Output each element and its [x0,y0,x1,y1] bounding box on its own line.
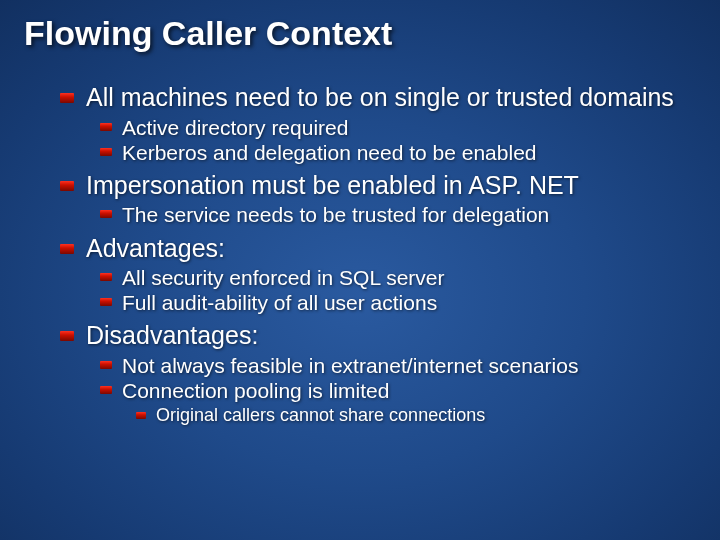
bullet-text: Kerberos and delegation need to be enabl… [122,141,537,164]
list-item: Kerberos and delegation need to be enabl… [100,140,690,165]
bullet-list: Not always feasible in extranet/internet… [100,353,690,427]
bullet-text: Original callers cannot share connection… [156,405,485,425]
list-item: Not always feasible in extranet/internet… [100,353,690,378]
bullet-text: All machines need to be on single or tru… [86,83,674,111]
list-item: Impersonation must be enabled in ASP. NE… [60,171,690,228]
bullet-text: Disadvantages: [86,321,258,349]
bullet-text: Not always feasible in extranet/internet… [122,354,578,377]
bullet-text: All security enforced in SQL server [122,266,445,289]
list-item: Connection pooling is limited Original c… [100,378,690,427]
bullet-list: All security enforced in SQL server Full… [100,265,690,315]
list-item: Full audit-ability of all user actions [100,290,690,315]
bullet-text: The service needs to be trusted for dele… [122,203,549,226]
bullet-text: Connection pooling is limited [122,379,389,402]
bullet-list: Original callers cannot share connection… [136,405,690,427]
bullet-list: All machines need to be on single or tru… [60,83,690,427]
bullet-text: Advantages: [86,234,225,262]
bullet-text: Full audit-ability of all user actions [122,291,437,314]
bullet-list: Active directory required Kerberos and d… [100,115,690,165]
slide-body: All machines need to be on single or tru… [0,53,720,427]
list-item: Disadvantages: Not always feasible in ex… [60,321,690,426]
list-item: Active directory required [100,115,690,140]
list-item: Original callers cannot share connection… [136,405,690,427]
list-item: The service needs to be trusted for dele… [100,202,690,227]
bullet-text: Active directory required [122,116,348,139]
list-item: All machines need to be on single or tru… [60,83,690,165]
bullet-list: The service needs to be trusted for dele… [100,202,690,227]
list-item: Advantages: All security enforced in SQL… [60,234,690,316]
list-item: All security enforced in SQL server [100,265,690,290]
bullet-text: Impersonation must be enabled in ASP. NE… [86,171,579,199]
slide-title: Flowing Caller Context [0,0,720,53]
